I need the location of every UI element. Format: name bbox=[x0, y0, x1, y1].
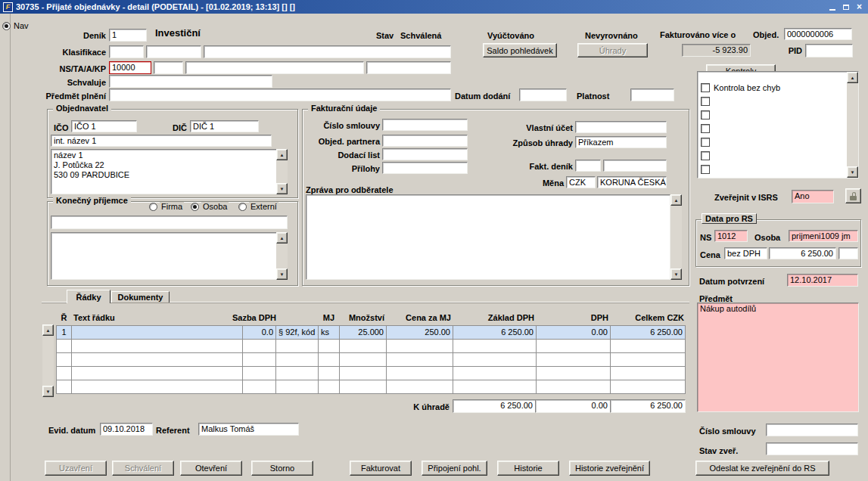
cell-zaklad[interactable] bbox=[453, 339, 537, 353]
cell-dph[interactable] bbox=[536, 366, 611, 380]
kp-field[interactable] bbox=[366, 61, 451, 74]
pid-field[interactable] bbox=[805, 44, 853, 57]
cell-text[interactable] bbox=[71, 352, 243, 367]
cell-zaklad[interactable]: 6 250.00 bbox=[453, 325, 537, 340]
cell-text[interactable] bbox=[71, 366, 243, 380]
cell-dph[interactable] bbox=[536, 380, 611, 394]
scroll-down-icon[interactable]: ▼ bbox=[276, 268, 288, 280]
ico-field[interactable]: IČO 1 bbox=[71, 120, 137, 132]
zpusob-uhrady-field[interactable]: Příkazem bbox=[575, 136, 667, 148]
cell-mnozstvi[interactable]: 25.000 bbox=[339, 325, 387, 340]
cell-cena[interactable] bbox=[386, 339, 453, 353]
scroll-down-icon[interactable]: ▼ bbox=[276, 183, 288, 194]
isrs-lock-button[interactable] bbox=[845, 188, 861, 203]
cell-cena[interactable] bbox=[386, 352, 453, 367]
scroll-up-icon[interactable]: ▲ bbox=[670, 194, 682, 206]
cell-mj[interactable]: ks bbox=[318, 325, 340, 340]
cell-celkem[interactable]: 6 250.00 bbox=[610, 325, 686, 340]
schvaleni-button[interactable]: Schválení bbox=[112, 461, 174, 476]
vlastni-ucet-field[interactable] bbox=[575, 121, 667, 133]
konecny-prijemce-textarea[interactable] bbox=[51, 232, 277, 280]
rs-cena-mode-field[interactable]: bez DPH bbox=[724, 247, 767, 259]
cell-zaklad[interactable] bbox=[453, 352, 537, 367]
cell-cena[interactable]: 250.00 bbox=[386, 325, 453, 340]
cell-mnozstvi[interactable] bbox=[339, 380, 387, 394]
scroll-down-icon[interactable]: ▼ bbox=[847, 166, 858, 178]
objed-number-field[interactable]: 0000000006 bbox=[784, 28, 852, 40]
cell-dph[interactable]: 0.00 bbox=[536, 325, 611, 340]
evid-datum-field[interactable]: 09.10.2018 bbox=[100, 423, 153, 436]
cell-text[interactable] bbox=[71, 339, 243, 353]
scroll-up-icon[interactable]: ▲ bbox=[847, 72, 858, 83]
cell-cena[interactable] bbox=[386, 380, 453, 394]
fakt-denik-field-2[interactable] bbox=[603, 160, 667, 172]
dodaci-list-field[interactable] bbox=[382, 148, 468, 160]
isrs-field[interactable]: Ano bbox=[792, 190, 834, 203]
konecny-prijemce-field[interactable] bbox=[51, 216, 288, 229]
cell-zaklad[interactable] bbox=[453, 380, 537, 394]
tab-radky[interactable]: Řádky bbox=[67, 290, 110, 303]
cell-celkem[interactable] bbox=[610, 352, 686, 367]
denik-field[interactable]: 1 bbox=[109, 29, 147, 42]
cell-dph[interactable] bbox=[536, 352, 611, 367]
cell-radek[interactable] bbox=[56, 380, 72, 394]
kontroly-checkbox-6[interactable] bbox=[701, 165, 710, 174]
a-field[interactable] bbox=[185, 61, 364, 74]
table-scrollbar[interactable]: ▲ ▼ bbox=[42, 324, 54, 397]
mena-name-field[interactable]: KORUNA ČESKÁ bbox=[597, 176, 667, 188]
odeslat-ke-zverejneni-button[interactable]: Odeslat ke zveřejnění do RS bbox=[695, 461, 829, 476]
rs-cislo-smlouvy-field[interactable] bbox=[766, 424, 858, 436]
cell-paragraf[interactable] bbox=[275, 339, 319, 353]
kontroly-checkbox-0[interactable] bbox=[701, 83, 710, 92]
cell-mj[interactable] bbox=[318, 366, 340, 380]
table-row-4[interactable] bbox=[56, 366, 685, 380]
kontroly-scrollbar[interactable]: ▲ ▼ bbox=[847, 72, 858, 178]
nazev-field[interactable]: int. název 1 bbox=[51, 135, 272, 147]
cell-mnozstvi[interactable] bbox=[339, 352, 387, 367]
cell-radek[interactable] bbox=[56, 366, 72, 380]
kontroly-checkbox-5[interactable] bbox=[701, 151, 710, 160]
adresa-textarea[interactable]: název 1 J. Potůčka 22 530 09 PARDUBICE bbox=[51, 149, 277, 194]
rs-osoba-field[interactable]: prijmeni1009 jm bbox=[789, 230, 858, 242]
table-row-5[interactable] bbox=[56, 380, 685, 394]
cell-celkem[interactable] bbox=[610, 380, 686, 394]
zprava-scrollbar[interactable]: ▲ ▼ bbox=[670, 194, 682, 280]
cell-mnozstvi[interactable] bbox=[339, 339, 387, 353]
predmet-plneni-field[interactable] bbox=[109, 88, 451, 101]
cell-text[interactable] bbox=[71, 380, 243, 394]
cell-radek[interactable]: 1 bbox=[56, 325, 72, 340]
kontroly-checkbox-3[interactable] bbox=[701, 124, 710, 133]
uhrady-button[interactable]: Úhrady bbox=[577, 43, 648, 57]
cell-cena[interactable] bbox=[386, 366, 453, 380]
schvaluje-field[interactable] bbox=[109, 75, 272, 88]
externi-radio[interactable] bbox=[238, 203, 247, 211]
konecny-scrollbar[interactable]: ▲ ▼ bbox=[276, 232, 288, 280]
cell-dph[interactable] bbox=[536, 339, 611, 353]
otevreni-button[interactable]: Otevření bbox=[180, 461, 242, 476]
adresa-scrollbar[interactable]: ▲ ▼ bbox=[276, 149, 288, 194]
uzavreni-button[interactable]: Uzavření bbox=[45, 461, 107, 476]
table-row-1[interactable]: 1 0.0 § 92f, kód 1 ks 25.000 250.00 6 25… bbox=[56, 325, 685, 340]
minimize-icon[interactable] bbox=[826, 2, 838, 12]
rs-cena-field[interactable]: 6 250.00 bbox=[769, 247, 836, 259]
platnost-field[interactable] bbox=[630, 88, 674, 101]
historie-zverejneni-button[interactable]: Historie zveřejnění bbox=[569, 461, 650, 476]
tab-dokumenty[interactable]: Dokumenty bbox=[111, 291, 170, 303]
rs-predmet-textarea[interactable]: Nákup autodílů bbox=[697, 303, 859, 412]
osoba-radio[interactable] bbox=[191, 203, 199, 211]
close-icon[interactable]: × bbox=[854, 2, 865, 12]
kontroly-checkbox-2[interactable] bbox=[701, 110, 710, 119]
cell-mj[interactable] bbox=[318, 339, 340, 353]
kontroly-checkbox-1[interactable] bbox=[701, 97, 710, 106]
table-row-3[interactable] bbox=[56, 352, 685, 367]
klasifikace-field-2[interactable] bbox=[146, 45, 201, 58]
cell-paragraf[interactable] bbox=[275, 352, 319, 367]
klasifikace-field-3[interactable] bbox=[204, 45, 451, 58]
cell-sazba[interactable] bbox=[242, 380, 276, 394]
saldo-pohledavek-button[interactable]: Saldo pohledávek bbox=[483, 43, 557, 57]
scroll-up-icon[interactable]: ▲ bbox=[276, 232, 288, 244]
scroll-up-icon[interactable]: ▲ bbox=[276, 149, 288, 160]
referent-field[interactable]: Malkus Tomáš bbox=[198, 423, 299, 436]
klasifikace-field-1[interactable] bbox=[109, 45, 144, 58]
table-row-2[interactable] bbox=[56, 339, 685, 353]
